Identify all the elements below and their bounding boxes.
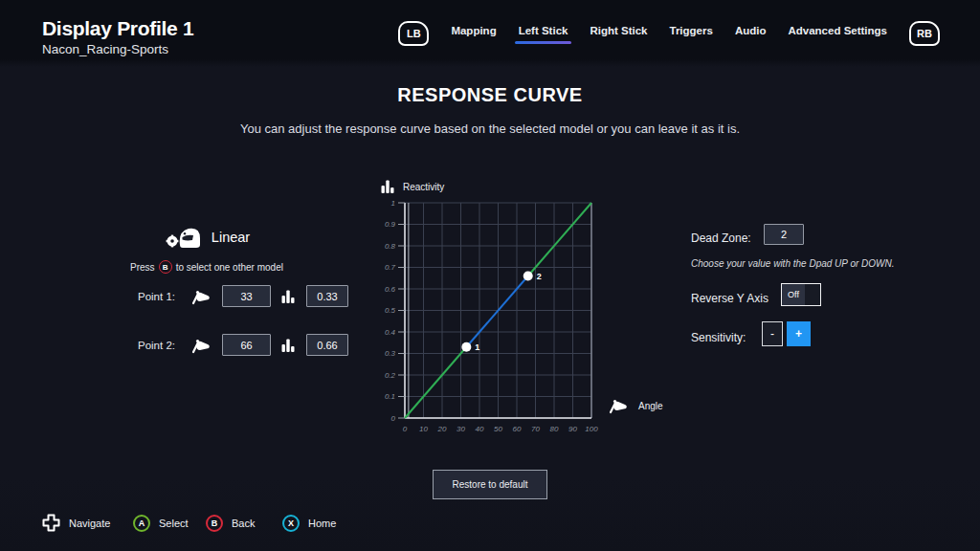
svg-text:1: 1 xyxy=(391,199,395,208)
footer-home-label: Home xyxy=(308,518,336,529)
dead-zone-hint: Choose your value with the Dpad UP or DO… xyxy=(691,258,895,269)
svg-text:0.5: 0.5 xyxy=(385,306,396,315)
footer-navigate-label: Navigate xyxy=(69,518,110,529)
svg-text:60: 60 xyxy=(513,425,522,433)
reverse-y-axis-toggle[interactable]: Off xyxy=(781,283,821,306)
reactivity-bars-icon xyxy=(281,290,296,303)
footer-navigate: Navigate xyxy=(42,514,110,532)
tab-audio[interactable]: Audio xyxy=(735,25,767,42)
point-2-label: Point 2: xyxy=(138,340,180,351)
profile-title: Display Profile 1 xyxy=(42,17,193,40)
x-axis-label-text: Angle xyxy=(638,401,663,411)
svg-text:0.7: 0.7 xyxy=(385,263,396,272)
b-button-icon: B xyxy=(206,515,223,532)
svg-text:20: 20 xyxy=(437,425,447,433)
tab-right-stick[interactable]: Right Stick xyxy=(590,25,647,42)
footer-back-label: Back xyxy=(232,518,255,529)
y-axis-label: Reactivity xyxy=(381,180,444,193)
sensitivity-label: Sensitivity: xyxy=(691,331,746,344)
svg-text:0.9: 0.9 xyxy=(385,220,396,229)
curve-model-name: Linear xyxy=(212,230,250,245)
x-axis-label: Angle xyxy=(608,396,663,415)
rb-bumper-icon[interactable]: RB xyxy=(909,21,940,46)
racing-helmet-icon xyxy=(164,222,202,253)
svg-text:0.8: 0.8 xyxy=(385,242,396,251)
reactivity-bars-icon xyxy=(281,339,296,352)
restore-default-button[interactable]: Restore to default xyxy=(433,470,547,499)
svg-text:0.1: 0.1 xyxy=(385,392,395,401)
point-2-angle-input[interactable] xyxy=(222,334,271,356)
point-2-row: Point 2: xyxy=(138,334,348,356)
svg-text:0.3: 0.3 xyxy=(385,349,396,358)
svg-text:0.6: 0.6 xyxy=(385,285,396,294)
page-title: RESPONSE CURVE xyxy=(0,84,980,106)
pedal-angle-icon xyxy=(190,336,212,355)
sensitivity-decrease-button[interactable]: - xyxy=(762,321,783,346)
footer-select-label: Select xyxy=(159,518,189,529)
profile-header: Display Profile 1 Nacon_Racing-Sports xyxy=(42,17,193,56)
footer-home: X Home xyxy=(282,515,336,532)
tab-advanced-settings[interactable]: Advanced Settings xyxy=(788,25,887,42)
footer-back: B Back xyxy=(206,515,255,532)
y-axis-label-text: Reactivity xyxy=(403,182,444,192)
toggle-state-label: Off xyxy=(782,284,805,305)
footer-select: A Select xyxy=(133,515,189,532)
svg-text:1: 1 xyxy=(475,342,479,352)
tab-mapping[interactable]: Mapping xyxy=(451,25,496,42)
svg-text:40: 40 xyxy=(476,425,484,433)
point-1-angle-input[interactable] xyxy=(222,285,271,307)
tab-triggers[interactable]: Triggers xyxy=(670,25,713,42)
svg-text:0.4: 0.4 xyxy=(385,328,396,337)
point-1-row: Point 1: xyxy=(138,285,348,307)
dead-zone-label: Dead Zone: xyxy=(691,231,751,245)
a-button-icon: A xyxy=(133,515,150,532)
dead-zone-input[interactable] xyxy=(764,224,804,245)
svg-text:100: 100 xyxy=(585,425,598,433)
point-1-label: Point 1: xyxy=(138,291,180,302)
profile-subtitle: Nacon_Racing-Sports xyxy=(42,42,193,56)
response-curve-chart: Reactivity 00.10.20.30.40.50.60.70.80.91… xyxy=(381,176,678,436)
page-description: You can adjust the response curve based … xyxy=(0,121,980,136)
hint-suffix: to select one other model xyxy=(176,262,283,273)
sensitivity-increase-button[interactable]: + xyxy=(787,321,811,346)
svg-text:0: 0 xyxy=(391,414,396,423)
svg-text:70: 70 xyxy=(531,425,540,433)
dpad-icon xyxy=(42,514,60,532)
tab-left-stick[interactable]: Left Stick xyxy=(519,25,568,42)
svg-text:2: 2 xyxy=(537,272,542,281)
svg-text:50: 50 xyxy=(494,425,502,433)
svg-text:0: 0 xyxy=(403,425,408,433)
lb-bumper-icon[interactable]: LB xyxy=(398,21,429,46)
reverse-y-axis-label: Reverse Y Axis xyxy=(691,292,768,305)
b-button-icon: B xyxy=(159,260,172,274)
pedal-angle-icon xyxy=(190,287,212,306)
x-button-icon: X xyxy=(282,515,300,532)
model-switch-hint: Press B to select one other model xyxy=(87,260,326,274)
reactivity-bars-icon xyxy=(381,180,395,193)
svg-text:90: 90 xyxy=(568,425,577,433)
hint-prefix: Press xyxy=(130,262,155,273)
pedal-angle-icon xyxy=(608,396,629,415)
svg-text:80: 80 xyxy=(550,425,559,433)
svg-text:30: 30 xyxy=(457,425,465,433)
top-navigation: LB Mapping Left Stick Right Stick Trigge… xyxy=(398,21,940,46)
point-1-reactivity-input[interactable] xyxy=(306,285,348,307)
curve-model-block: Linear Press B to select one other model xyxy=(87,218,326,274)
point-2-reactivity-input[interactable] xyxy=(306,334,348,356)
svg-text:10: 10 xyxy=(419,425,428,433)
svg-text:0.2: 0.2 xyxy=(385,371,396,380)
